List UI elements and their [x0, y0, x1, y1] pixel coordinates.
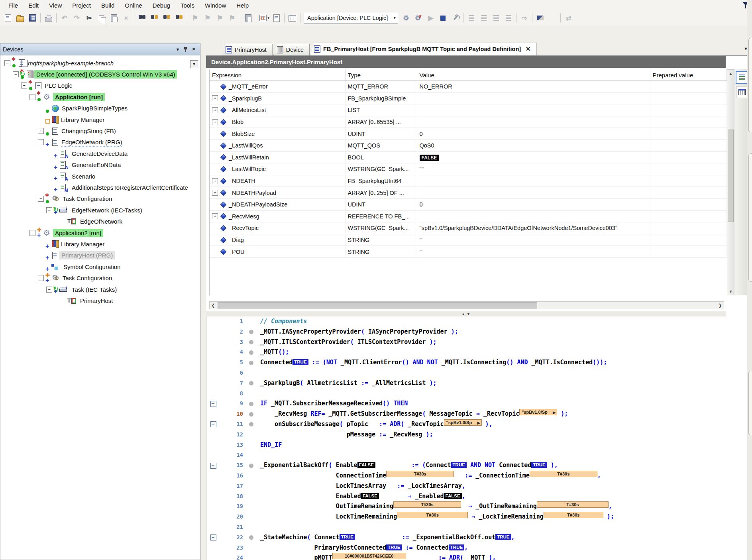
collapse-icon[interactable] [210, 463, 216, 469]
menu-window[interactable]: Window [200, 1, 231, 10]
code-line-5[interactable]: 5ConnectedTRUE := (NOT _MQTT.ClientError… [206, 358, 752, 368]
menu-debug[interactable]: Debug [147, 1, 175, 10]
fold-marker[interactable] [206, 399, 220, 409]
value-cell[interactable] [417, 187, 650, 199]
value-cell[interactable] [417, 104, 650, 116]
code-text[interactable] [257, 450, 752, 460]
tree-expander-minus[interactable]: − [38, 196, 44, 202]
code-text[interactable]: _RecvMesg REF= _MQTT.GetSubscriberMessag… [257, 409, 752, 419]
monitor-value-box[interactable]: "spBv1.0/Sp▶ [444, 419, 482, 426]
active-application-combo[interactable]: Application [Device: PLC Logic]▼ [304, 13, 398, 24]
open-project-button[interactable] [14, 12, 26, 24]
watch-row-_blobsize[interactable]: +_BlobSizeUDINT0 [210, 128, 726, 140]
code-text[interactable]: _MQTT.ITLSContextProvider( ITLSContextPr… [257, 337, 752, 348]
watch-row-_blob[interactable]: +_BlobARRAY [0..65535] ... [210, 116, 726, 128]
update-device-button[interactable] [287, 12, 298, 24]
tab-close-icon[interactable]: ✕ [526, 45, 531, 53]
code-line-15[interactable]: 15_ExponentialBackOff( EnableFALSE := (C… [206, 460, 752, 471]
uninstall-button[interactable] [450, 12, 461, 24]
monitor-value-box[interactable]: T#30s [544, 512, 603, 518]
tree-item-symbol-configuration[interactable]: −+Symbol Configuration [0, 261, 200, 272]
monitor-bool-false[interactable]: FALSE [361, 493, 379, 499]
prepared-value-cell[interactable] [650, 140, 726, 151]
code-line-12[interactable]: 12 pMessage := _RecvMesg ); [206, 430, 752, 440]
code-line-3[interactable]: 3_MQTT.ITLSContextProvider( ITLSContextP… [206, 337, 752, 348]
tree-expander-minus[interactable]: − [29, 230, 35, 236]
monitor-value-box[interactable]: T#30s [530, 471, 597, 477]
value-cell[interactable]: QoS0 [417, 140, 650, 151]
monitor-bool-true[interactable]: TRUE [449, 544, 464, 550]
expand-value-icon[interactable]: ▶ [553, 410, 556, 415]
watch-row-_ndeath[interactable]: +_NDEATHFB_SparkplugUInt64 [210, 175, 726, 187]
save-project-button[interactable] [27, 12, 38, 24]
collapsed-panel-tab[interactable] [748, 371, 752, 435]
tree-item-application2-run[interactable]: −✚+⚙Application2 [run] [0, 227, 200, 238]
code-line-13[interactable]: 13END_IF [206, 440, 752, 450]
code-text[interactable]: onSubscribeMessage( pTopic := ADR( _Recv… [257, 419, 752, 430]
declaration-view-button[interactable] [736, 71, 748, 84]
watch-row-_recvmesg[interactable]: +_RecvMesgREFERENCE TO FB_... [210, 210, 726, 222]
monitor-bool-true[interactable]: TRUE [340, 534, 355, 540]
code-text[interactable] [257, 368, 752, 378]
tree-expander-minus[interactable]: − [46, 207, 52, 213]
tree-expander-minus[interactable]: − [4, 60, 10, 66]
st-code-editor[interactable]: 1// Components2_MQTT.IASyncPropertyProvi… [206, 316, 752, 560]
row-expander[interactable]: + [212, 178, 218, 184]
code-line-18[interactable]: 18 EnabledFALSE ⇒ _EnabledFALSE, [206, 491, 752, 502]
prepared-value-cell[interactable] [650, 151, 726, 163]
code-line-22[interactable]: 22_StateMachine( ConnectTRUE := _Exponen… [206, 532, 752, 543]
row-expander[interactable]: + [212, 119, 218, 125]
tree-item-edgeofnetwork[interactable]: −EdgeOfNetwork [0, 216, 200, 227]
column-header-prepared-value[interactable]: Prepared value [650, 69, 726, 81]
value-cell[interactable] [417, 116, 650, 128]
clear-bookmarks-button[interactable]: ⚑ [226, 12, 238, 24]
prepared-value-cell[interactable] [650, 81, 726, 93]
add-device-button[interactable]: ▾ [258, 12, 270, 24]
editor-splitter[interactable]: ▲▼ [206, 311, 726, 317]
code-text[interactable]: END_IF [257, 440, 752, 450]
code-text[interactable]: pMessage := _RecvMesg ); [257, 430, 752, 440]
code-text[interactable]: _MQTT(); [257, 347, 752, 358]
monitor-bool-true[interactable]: TRUE [531, 462, 547, 468]
cut-button[interactable]: ✂ [83, 12, 95, 24]
watch-row-_pou[interactable]: +_POUSTRING'' [210, 246, 726, 258]
scrollbar-thumb[interactable] [218, 302, 537, 308]
monitor-value-box[interactable]: T#30s [397, 512, 468, 518]
code-text[interactable]: PrimaryHostConnectedTRUE := ConnectedTRU… [257, 543, 752, 553]
print-button[interactable] [43, 12, 54, 24]
replace-in-project-button[interactable] [173, 12, 185, 24]
properties-button[interactable] [242, 12, 254, 24]
row-expander[interactable]: + [212, 213, 218, 219]
value-cell[interactable]: "spBv1.0/SparkplugBDevice/DDATA/EdgeOfNe… [417, 222, 650, 234]
tree-item-task-configuration[interactable]: −✚+Task Configuration [0, 272, 200, 283]
prepared-value-cell[interactable] [650, 234, 726, 246]
value-cell[interactable]: 0 [417, 198, 650, 210]
value-cell[interactable]: 0 [417, 128, 650, 140]
code-line-2[interactable]: 2_MQTT.IASyncPropertyProvider( IASyncPro… [206, 327, 752, 337]
start-button[interactable]: ▶ [425, 12, 436, 24]
fold-marker[interactable] [206, 460, 220, 471]
monitor-bool-true[interactable]: TRUE [386, 544, 402, 550]
tree-item-task-iec-tasks[interactable]: −↻+Task (IEC-Tasks) [0, 284, 200, 295]
code-line-14[interactable]: 14 [206, 450, 752, 460]
export-button[interactable] [271, 12, 282, 24]
code-line-16[interactable]: 16 ConnectionTimeT#30s := _ConnectionTim… [206, 471, 752, 481]
combo-dropdown-icon[interactable]: ▼ [391, 13, 398, 23]
code-line-10[interactable]: 10 _RecvMesg REF= _MQTT.GetSubscriberMes… [206, 409, 752, 419]
tree-item-mqttsparkplugb-example-branch[interactable]: −*mqttsparkplugb-example-branch▼ [0, 57, 200, 69]
scroll-up-icon[interactable]: ▲ [727, 70, 734, 77]
code-text[interactable] [257, 389, 752, 399]
project-dropdown-button[interactable]: ▼ [190, 60, 198, 68]
prepared-value-cell[interactable] [650, 222, 726, 234]
watch-row-_lastwillqos[interactable]: +_LastWillQosMQTT_QOSQoS0 [210, 140, 726, 151]
tree-item-library-manager[interactable]: −+Library Manager [0, 238, 200, 250]
tree-item-scenario[interactable]: −+AScenario [0, 171, 200, 182]
run-to-cursor-button[interactable] [503, 12, 514, 24]
watch-row-_sparkplugb[interactable]: +_SparkplugBFB_SparkplugBSimple [210, 92, 726, 104]
code-line-9[interactable]: 9IF _MQTT.SubscriberMessageReceived() TH… [206, 399, 752, 409]
watch-row-_recvtopic[interactable]: +_RecvTopicWSTRING(GC_Spark..."spBv1.0/S… [210, 222, 726, 234]
watch-row-_allmetricslist[interactable]: +_AllMetricsListLIST [210, 104, 726, 116]
menu-file[interactable]: File [3, 1, 23, 10]
value-cell[interactable]: FALSE [417, 151, 650, 163]
value-cell[interactable] [417, 175, 650, 187]
